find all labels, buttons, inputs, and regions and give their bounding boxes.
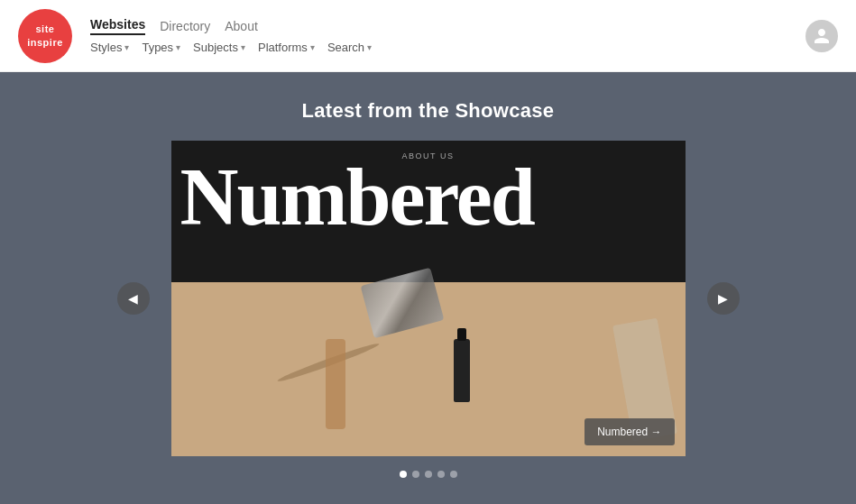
nav-websites[interactable]: Websites: [90, 17, 145, 35]
showcase-title: Latest from the Showcase: [302, 99, 555, 123]
slide-cta-button[interactable]: Numbered →: [584, 418, 674, 445]
nav-directory[interactable]: Directory: [160, 19, 210, 33]
prev-arrow[interactable]: ◀: [117, 282, 150, 315]
dot-3[interactable]: [425, 471, 432, 478]
dot-2[interactable]: [412, 471, 419, 478]
bottle-dark: [454, 339, 470, 402]
showcase: Latest from the Showcase ◀ ABOUT US Numb…: [0, 72, 856, 504]
nav-area: Websites Directory About Styles Types Su…: [90, 17, 372, 54]
nav-secondary: Styles Types Subjects Platforms Search: [90, 41, 372, 54]
slide: ABOUT US Numbered Numbered →: [171, 141, 686, 456]
bottle-amber: [326, 339, 345, 429]
dot-4[interactable]: [437, 471, 445, 478]
logo-text: site inspire: [27, 23, 63, 49]
header-right: [805, 20, 838, 52]
dot-1[interactable]: [400, 471, 407, 478]
header-left: site inspire Websites Directory About St…: [18, 9, 372, 63]
slide-dots: [400, 471, 457, 478]
logo[interactable]: site inspire: [18, 9, 72, 63]
nav-types[interactable]: Types: [142, 41, 180, 54]
next-arrow[interactable]: ▶: [707, 282, 740, 315]
slide-heading: Numbered: [171, 157, 686, 238]
dot-5[interactable]: [450, 471, 457, 478]
nav-platforms[interactable]: Platforms: [258, 41, 315, 54]
slideshow: ◀ ABOUT US Numbered Numbered → ▶: [171, 141, 686, 456]
nav-primary: Websites Directory About: [90, 17, 372, 35]
user-avatar[interactable]: [805, 20, 838, 52]
nav-search[interactable]: Search: [327, 41, 372, 54]
nav-subjects[interactable]: Subjects: [193, 41, 245, 54]
header: site inspire Websites Directory About St…: [0, 0, 856, 72]
nav-styles[interactable]: Styles: [90, 41, 129, 54]
nav-about[interactable]: About: [225, 19, 258, 33]
